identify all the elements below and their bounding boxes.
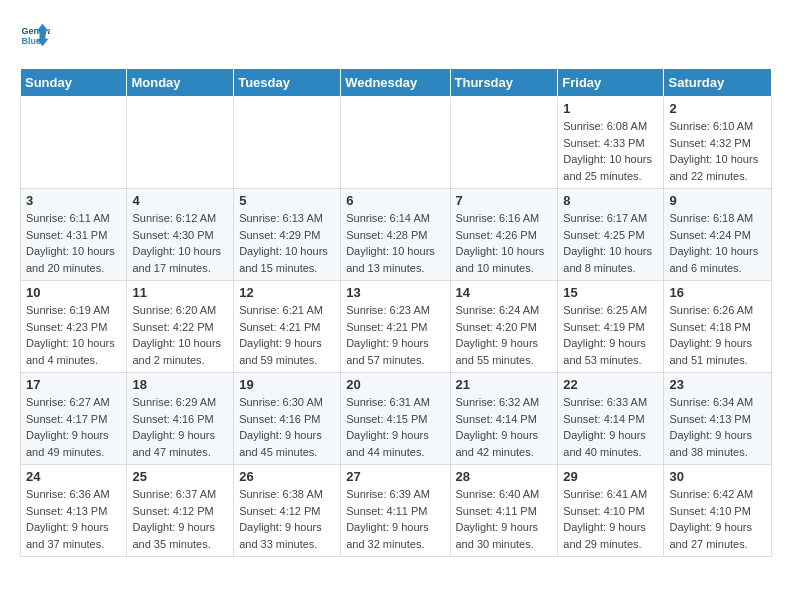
calendar-week-row: 3Sunrise: 6:11 AM Sunset: 4:31 PM Daylig… xyxy=(21,189,772,281)
day-info: Sunrise: 6:16 AM Sunset: 4:26 PM Dayligh… xyxy=(456,210,553,276)
day-info: Sunrise: 6:29 AM Sunset: 4:16 PM Dayligh… xyxy=(132,394,228,460)
day-info: Sunrise: 6:32 AM Sunset: 4:14 PM Dayligh… xyxy=(456,394,553,460)
day-number: 19 xyxy=(239,377,335,392)
day-number: 30 xyxy=(669,469,766,484)
day-info: Sunrise: 6:38 AM Sunset: 4:12 PM Dayligh… xyxy=(239,486,335,552)
day-info: Sunrise: 6:08 AM Sunset: 4:33 PM Dayligh… xyxy=(563,118,658,184)
calendar-week-row: 1Sunrise: 6:08 AM Sunset: 4:33 PM Daylig… xyxy=(21,97,772,189)
calendar-cell: 9Sunrise: 6:18 AM Sunset: 4:24 PM Daylig… xyxy=(664,189,772,281)
calendar-cell: 3Sunrise: 6:11 AM Sunset: 4:31 PM Daylig… xyxy=(21,189,127,281)
day-info: Sunrise: 6:17 AM Sunset: 4:25 PM Dayligh… xyxy=(563,210,658,276)
day-info: Sunrise: 6:27 AM Sunset: 4:17 PM Dayligh… xyxy=(26,394,121,460)
day-number: 18 xyxy=(132,377,228,392)
weekday-header-monday: Monday xyxy=(127,69,234,97)
day-info: Sunrise: 6:34 AM Sunset: 4:13 PM Dayligh… xyxy=(669,394,766,460)
svg-text:Blue: Blue xyxy=(22,36,42,46)
day-number: 21 xyxy=(456,377,553,392)
calendar-cell: 15Sunrise: 6:25 AM Sunset: 4:19 PM Dayli… xyxy=(558,281,664,373)
calendar-cell: 14Sunrise: 6:24 AM Sunset: 4:20 PM Dayli… xyxy=(450,281,558,373)
calendar-cell: 17Sunrise: 6:27 AM Sunset: 4:17 PM Dayli… xyxy=(21,373,127,465)
day-number: 10 xyxy=(26,285,121,300)
calendar-cell: 21Sunrise: 6:32 AM Sunset: 4:14 PM Dayli… xyxy=(450,373,558,465)
calendar-cell: 20Sunrise: 6:31 AM Sunset: 4:15 PM Dayli… xyxy=(341,373,450,465)
calendar-table: SundayMondayTuesdayWednesdayThursdayFrid… xyxy=(20,68,772,557)
calendar-cell: 24Sunrise: 6:36 AM Sunset: 4:13 PM Dayli… xyxy=(21,465,127,557)
calendar-cell: 26Sunrise: 6:38 AM Sunset: 4:12 PM Dayli… xyxy=(234,465,341,557)
calendar-cell: 5Sunrise: 6:13 AM Sunset: 4:29 PM Daylig… xyxy=(234,189,341,281)
calendar-cell: 18Sunrise: 6:29 AM Sunset: 4:16 PM Dayli… xyxy=(127,373,234,465)
weekday-header-thursday: Thursday xyxy=(450,69,558,97)
day-info: Sunrise: 6:37 AM Sunset: 4:12 PM Dayligh… xyxy=(132,486,228,552)
day-number: 7 xyxy=(456,193,553,208)
calendar-week-row: 17Sunrise: 6:27 AM Sunset: 4:17 PM Dayli… xyxy=(21,373,772,465)
day-info: Sunrise: 6:19 AM Sunset: 4:23 PM Dayligh… xyxy=(26,302,121,368)
calendar-week-row: 10Sunrise: 6:19 AM Sunset: 4:23 PM Dayli… xyxy=(21,281,772,373)
day-info: Sunrise: 6:36 AM Sunset: 4:13 PM Dayligh… xyxy=(26,486,121,552)
day-info: Sunrise: 6:40 AM Sunset: 4:11 PM Dayligh… xyxy=(456,486,553,552)
calendar-cell: 4Sunrise: 6:12 AM Sunset: 4:30 PM Daylig… xyxy=(127,189,234,281)
day-number: 12 xyxy=(239,285,335,300)
day-info: Sunrise: 6:23 AM Sunset: 4:21 PM Dayligh… xyxy=(346,302,444,368)
day-number: 22 xyxy=(563,377,658,392)
day-info: Sunrise: 6:11 AM Sunset: 4:31 PM Dayligh… xyxy=(26,210,121,276)
calendar-cell: 16Sunrise: 6:26 AM Sunset: 4:18 PM Dayli… xyxy=(664,281,772,373)
day-number: 15 xyxy=(563,285,658,300)
day-info: Sunrise: 6:18 AM Sunset: 4:24 PM Dayligh… xyxy=(669,210,766,276)
calendar-cell: 27Sunrise: 6:39 AM Sunset: 4:11 PM Dayli… xyxy=(341,465,450,557)
day-number: 1 xyxy=(563,101,658,116)
day-number: 28 xyxy=(456,469,553,484)
calendar-cell: 7Sunrise: 6:16 AM Sunset: 4:26 PM Daylig… xyxy=(450,189,558,281)
weekday-header-sunday: Sunday xyxy=(21,69,127,97)
day-info: Sunrise: 6:33 AM Sunset: 4:14 PM Dayligh… xyxy=(563,394,658,460)
logo: General Blue xyxy=(20,20,54,50)
day-info: Sunrise: 6:26 AM Sunset: 4:18 PM Dayligh… xyxy=(669,302,766,368)
calendar-cell xyxy=(234,97,341,189)
calendar-cell: 23Sunrise: 6:34 AM Sunset: 4:13 PM Dayli… xyxy=(664,373,772,465)
day-number: 16 xyxy=(669,285,766,300)
day-number: 23 xyxy=(669,377,766,392)
calendar-cell: 6Sunrise: 6:14 AM Sunset: 4:28 PM Daylig… xyxy=(341,189,450,281)
calendar-cell xyxy=(21,97,127,189)
day-info: Sunrise: 6:24 AM Sunset: 4:20 PM Dayligh… xyxy=(456,302,553,368)
weekday-header-friday: Friday xyxy=(558,69,664,97)
day-info: Sunrise: 6:25 AM Sunset: 4:19 PM Dayligh… xyxy=(563,302,658,368)
page-header: General Blue xyxy=(20,20,772,60)
day-info: Sunrise: 6:31 AM Sunset: 4:15 PM Dayligh… xyxy=(346,394,444,460)
day-number: 8 xyxy=(563,193,658,208)
weekday-header-wednesday: Wednesday xyxy=(341,69,450,97)
day-info: Sunrise: 6:30 AM Sunset: 4:16 PM Dayligh… xyxy=(239,394,335,460)
calendar-cell: 11Sunrise: 6:20 AM Sunset: 4:22 PM Dayli… xyxy=(127,281,234,373)
weekday-header-tuesday: Tuesday xyxy=(234,69,341,97)
calendar-cell: 12Sunrise: 6:21 AM Sunset: 4:21 PM Dayli… xyxy=(234,281,341,373)
day-info: Sunrise: 6:12 AM Sunset: 4:30 PM Dayligh… xyxy=(132,210,228,276)
logo-icon: General Blue xyxy=(20,20,50,50)
day-info: Sunrise: 6:42 AM Sunset: 4:10 PM Dayligh… xyxy=(669,486,766,552)
day-number: 6 xyxy=(346,193,444,208)
calendar-cell: 1Sunrise: 6:08 AM Sunset: 4:33 PM Daylig… xyxy=(558,97,664,189)
day-number: 11 xyxy=(132,285,228,300)
day-info: Sunrise: 6:14 AM Sunset: 4:28 PM Dayligh… xyxy=(346,210,444,276)
day-info: Sunrise: 6:20 AM Sunset: 4:22 PM Dayligh… xyxy=(132,302,228,368)
weekday-header-row: SundayMondayTuesdayWednesdayThursdayFrid… xyxy=(21,69,772,97)
calendar-cell xyxy=(450,97,558,189)
calendar-cell: 10Sunrise: 6:19 AM Sunset: 4:23 PM Dayli… xyxy=(21,281,127,373)
calendar-cell: 19Sunrise: 6:30 AM Sunset: 4:16 PM Dayli… xyxy=(234,373,341,465)
day-number: 17 xyxy=(26,377,121,392)
day-number: 24 xyxy=(26,469,121,484)
day-number: 13 xyxy=(346,285,444,300)
day-number: 4 xyxy=(132,193,228,208)
calendar-cell: 25Sunrise: 6:37 AM Sunset: 4:12 PM Dayli… xyxy=(127,465,234,557)
day-number: 27 xyxy=(346,469,444,484)
day-info: Sunrise: 6:39 AM Sunset: 4:11 PM Dayligh… xyxy=(346,486,444,552)
weekday-header-saturday: Saturday xyxy=(664,69,772,97)
day-info: Sunrise: 6:10 AM Sunset: 4:32 PM Dayligh… xyxy=(669,118,766,184)
day-number: 5 xyxy=(239,193,335,208)
calendar-cell: 22Sunrise: 6:33 AM Sunset: 4:14 PM Dayli… xyxy=(558,373,664,465)
day-info: Sunrise: 6:13 AM Sunset: 4:29 PM Dayligh… xyxy=(239,210,335,276)
calendar-week-row: 24Sunrise: 6:36 AM Sunset: 4:13 PM Dayli… xyxy=(21,465,772,557)
calendar-cell: 29Sunrise: 6:41 AM Sunset: 4:10 PM Dayli… xyxy=(558,465,664,557)
day-number: 3 xyxy=(26,193,121,208)
calendar-cell: 28Sunrise: 6:40 AM Sunset: 4:11 PM Dayli… xyxy=(450,465,558,557)
day-number: 14 xyxy=(456,285,553,300)
calendar-cell: 8Sunrise: 6:17 AM Sunset: 4:25 PM Daylig… xyxy=(558,189,664,281)
